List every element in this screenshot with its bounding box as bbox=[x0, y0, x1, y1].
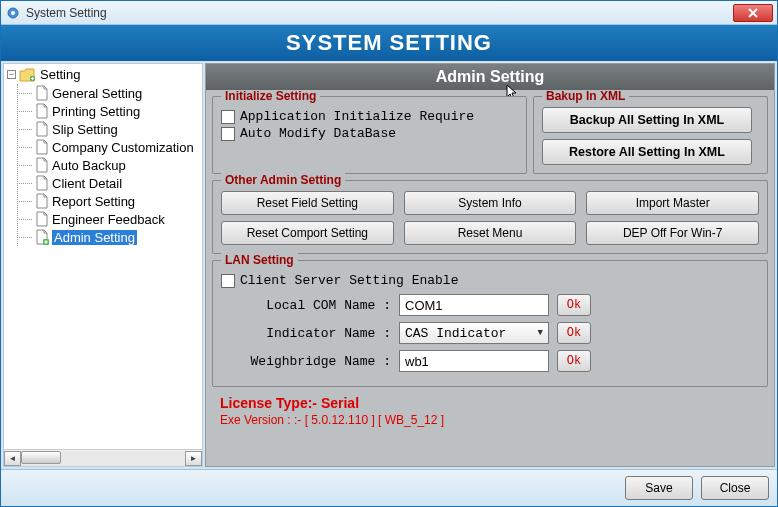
license-type-label: License Type:- Serial bbox=[212, 395, 768, 411]
app-initialize-require-label: Application Initialize Require bbox=[240, 109, 474, 124]
weighbridge-ok-button[interactable]: Ok bbox=[557, 350, 591, 372]
local-com-ok-button[interactable]: Ok bbox=[557, 294, 591, 316]
restore-all-button[interactable]: Restore All Setting In XML bbox=[542, 139, 752, 165]
page-icon bbox=[35, 103, 49, 119]
other-admin-group: Other Admin Setting Reset Field Setting … bbox=[212, 180, 768, 254]
page-icon bbox=[35, 157, 49, 173]
tree-item-printing-setting[interactable]: Printing Setting bbox=[18, 102, 199, 120]
backup-all-button[interactable]: Backup All Setting In XML bbox=[542, 107, 752, 133]
reset-comport-setting-button[interactable]: Reset Comport Setting bbox=[221, 221, 394, 245]
page-icon bbox=[35, 121, 49, 137]
client-server-enable-label: Client Server Setting Enable bbox=[240, 273, 458, 288]
save-button[interactable]: Save bbox=[625, 476, 693, 500]
local-com-label: Local COM Name : bbox=[221, 298, 391, 313]
weighbridge-input[interactable] bbox=[399, 350, 549, 372]
scroll-left-arrow[interactable]: ◄ bbox=[4, 451, 21, 466]
auto-modify-database-label: Auto Modify DataBase bbox=[240, 126, 396, 141]
tree-item-engineer-feedback[interactable]: Engineer Feedback bbox=[18, 210, 199, 228]
page-title: SYSTEM SETTING bbox=[1, 25, 777, 61]
tree-item-report-setting[interactable]: Report Setting bbox=[18, 192, 199, 210]
scroll-thumb[interactable] bbox=[21, 451, 61, 464]
tree-item-auto-backup[interactable]: Auto Backup bbox=[18, 156, 199, 174]
folder-icon bbox=[19, 68, 35, 82]
window-title: System Setting bbox=[26, 6, 733, 20]
scroll-right-arrow[interactable]: ► bbox=[185, 451, 202, 466]
page-icon bbox=[35, 139, 49, 155]
exe-version-label: Exe Version : :- [ 5.0.12.110 ] [ WB_5_1… bbox=[212, 413, 768, 427]
gear-icon bbox=[5, 5, 21, 21]
close-button[interactable]: Close bbox=[701, 476, 769, 500]
tree-root-item[interactable]: − Setting bbox=[7, 67, 199, 82]
horizontal-scrollbar[interactable]: ◄ ► bbox=[4, 449, 202, 466]
app-initialize-require-checkbox[interactable] bbox=[221, 110, 235, 124]
import-master-button[interactable]: Import Master bbox=[586, 191, 759, 215]
page-add-icon bbox=[35, 229, 49, 245]
dep-off-button[interactable]: DEP Off For Win-7 bbox=[586, 221, 759, 245]
weighbridge-label: Weighbridge Name : bbox=[221, 354, 391, 369]
auto-modify-database-checkbox[interactable] bbox=[221, 127, 235, 141]
chevron-down-icon: ▼ bbox=[538, 328, 543, 338]
indicator-label: Indicator Name : bbox=[221, 326, 391, 341]
page-icon bbox=[35, 175, 49, 191]
tree-item-client-detail[interactable]: Client Detail bbox=[18, 174, 199, 192]
page-icon bbox=[35, 211, 49, 227]
window-close-button[interactable] bbox=[733, 4, 773, 22]
collapse-icon[interactable]: − bbox=[7, 70, 16, 79]
initialize-setting-group: Initialize Setting Application Initializ… bbox=[212, 96, 527, 174]
tree-item-slip-setting[interactable]: Slip Setting bbox=[18, 120, 199, 138]
tree-item-admin-setting[interactable]: Admin Setting bbox=[18, 228, 199, 246]
local-com-input[interactable] bbox=[399, 294, 549, 316]
nav-tree: − Setting General SettingPrinting Settin… bbox=[3, 63, 203, 467]
tree-item-company-customization[interactable]: Company Customization bbox=[18, 138, 199, 156]
system-info-button[interactable]: System Info bbox=[404, 191, 577, 215]
tree-item-general-setting[interactable]: General Setting bbox=[18, 84, 199, 102]
panel-header: Admin Setting bbox=[206, 64, 774, 90]
client-server-enable-checkbox[interactable] bbox=[221, 274, 235, 288]
lan-setting-group: LAN Setting Client Server Setting Enable… bbox=[212, 260, 768, 387]
reset-menu-button[interactable]: Reset Menu bbox=[404, 221, 577, 245]
indicator-select[interactable]: CAS Indicator ▼ bbox=[399, 322, 549, 344]
svg-point-1 bbox=[11, 11, 15, 15]
page-icon bbox=[35, 85, 49, 101]
backup-xml-group: Bakup In XML Backup All Setting In XML R… bbox=[533, 96, 768, 174]
reset-field-setting-button[interactable]: Reset Field Setting bbox=[221, 191, 394, 215]
indicator-ok-button[interactable]: Ok bbox=[557, 322, 591, 344]
page-icon bbox=[35, 193, 49, 209]
